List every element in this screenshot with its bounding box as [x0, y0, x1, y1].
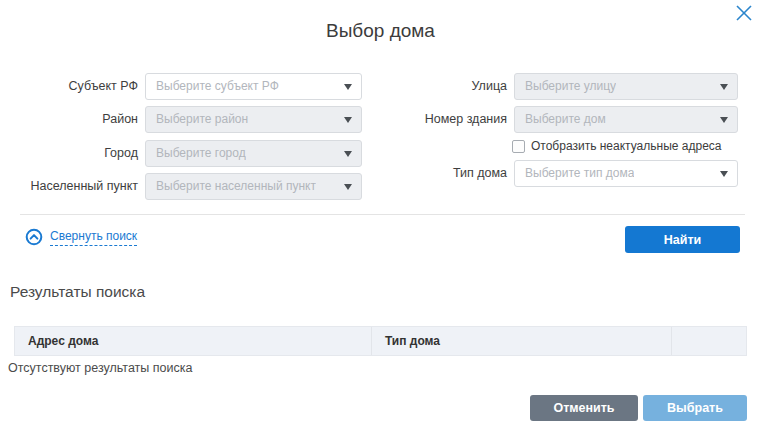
checkbox-label: Отобразить неактуальные адреса: [531, 139, 721, 153]
subject-rf-label: Субъект РФ: [10, 73, 138, 100]
chevron-up-circle-icon: [25, 228, 43, 246]
results-table-header: Адрес дома Тип дома: [14, 326, 747, 356]
select-button[interactable]: Выбрать: [643, 395, 747, 421]
close-icon[interactable]: [735, 4, 753, 22]
show-inactive-addresses-checkbox[interactable]: Отобразить неактуальные адреса: [512, 139, 721, 153]
select-placeholder: Выберите район: [156, 107, 248, 132]
select-placeholder: Выберите улицу: [525, 74, 616, 99]
chevron-down-icon: [344, 117, 352, 123]
chevron-down-icon: [720, 84, 728, 90]
column-header-empty: [671, 327, 746, 355]
chevron-down-icon: [720, 117, 728, 123]
chevron-down-icon: [344, 184, 352, 190]
district-select[interactable]: Выберите район: [145, 106, 362, 133]
checkbox-box-icon: [512, 140, 525, 153]
cancel-button[interactable]: Отменить: [530, 395, 638, 421]
settlement-select[interactable]: Выберите населенный пункт: [145, 173, 362, 200]
select-placeholder: Выберите город: [156, 141, 246, 166]
building-number-label: Номер здания: [398, 106, 507, 133]
collapse-search-link[interactable]: Свернуть поиск: [25, 228, 137, 246]
street-select[interactable]: Выберите улицу: [514, 73, 738, 100]
search-button[interactable]: Найти: [625, 226, 740, 253]
select-placeholder: Выберите тип дома: [525, 161, 634, 186]
district-label: Район: [10, 106, 138, 133]
city-select[interactable]: Выберите город: [145, 140, 362, 167]
chevron-down-icon: [720, 171, 728, 177]
house-type-label: Тип дома: [398, 160, 507, 187]
empty-results-message: Отсутствуют результаты поиска: [8, 361, 192, 375]
street-label: Улица: [398, 73, 507, 100]
building-number-select[interactable]: Выберите дом: [514, 106, 738, 133]
column-header-address: Адрес дома: [15, 327, 371, 355]
chevron-down-icon: [344, 151, 352, 157]
house-type-select[interactable]: Выберите тип дома: [514, 160, 738, 187]
results-heading: Результаты поиска: [10, 283, 145, 301]
subject-rf-select[interactable]: Выберите субъект РФ: [145, 73, 362, 100]
dialog-title: Выбор дома: [0, 20, 761, 42]
chevron-down-icon: [344, 84, 352, 90]
select-placeholder: Выберите дом: [525, 107, 606, 132]
select-placeholder: Выберите населенный пункт: [156, 174, 316, 199]
collapse-search-label: Свернуть поиск: [50, 229, 137, 246]
divider: [20, 214, 745, 215]
settlement-label: Населенный пункт: [10, 173, 138, 200]
city-label: Город: [10, 140, 138, 167]
select-placeholder: Выберите субъект РФ: [156, 74, 279, 99]
column-header-house-type: Тип дома: [371, 327, 671, 355]
house-selection-dialog: Выбор дома Субъект РФ Выберите субъект Р…: [0, 0, 761, 426]
